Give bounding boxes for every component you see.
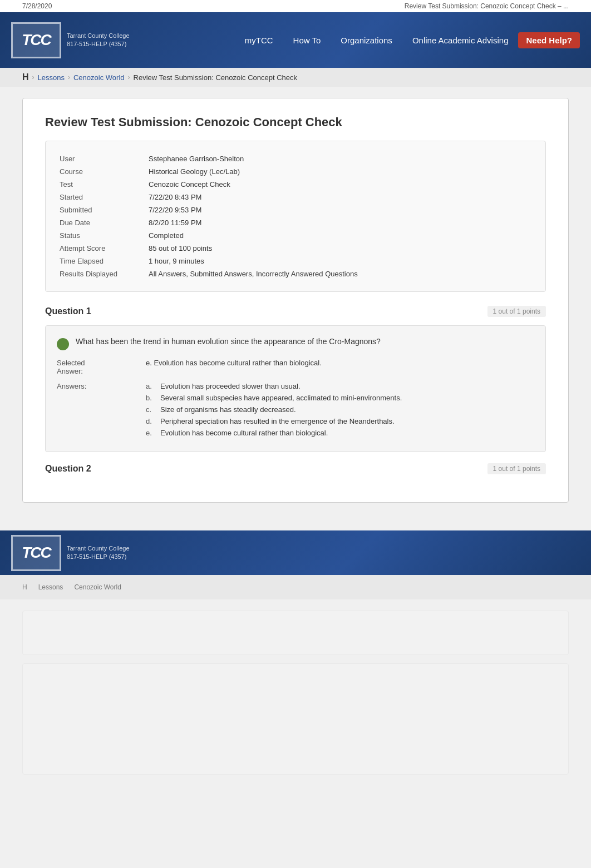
breadcrumb-sep-1: › bbox=[32, 73, 35, 81]
info-row-attempt-score: Attempt Score 85 out of 100 points bbox=[60, 242, 531, 255]
time-elapsed-label: Time Elapsed bbox=[60, 257, 149, 265]
question-2-section: Question 2 1 out of 1 points bbox=[45, 463, 546, 474]
answer-letter-d: d. bbox=[146, 417, 156, 425]
content-box: Review Test Submission: Cenozoic Concept… bbox=[22, 98, 569, 503]
submitted-label: Submitted bbox=[60, 206, 149, 214]
breadcrumb-sep-2: › bbox=[68, 73, 70, 81]
breadcrumb-current: Review Test Submission: Cenozoic Concept… bbox=[134, 73, 298, 82]
time-elapsed-value: 1 hour, 9 minutes bbox=[149, 257, 204, 265]
attempt-score-value: 85 out of 100 points bbox=[149, 244, 212, 252]
answer-text-c: Size of organisms has steadily decreased… bbox=[160, 405, 296, 414]
status-label: Status bbox=[60, 231, 149, 240]
started-value: 7/22/20 8:43 PM bbox=[149, 193, 201, 201]
nav-item-organizations[interactable]: Organizations bbox=[331, 31, 402, 49]
breadcrumb-sep-3: › bbox=[128, 73, 130, 81]
question-1-bullet bbox=[57, 338, 69, 350]
question-1-points: 1 out of 1 points bbox=[487, 306, 546, 317]
submitted-value: 7/22/20 9:53 PM bbox=[149, 206, 201, 214]
info-row-submitted: Submitted 7/22/20 9:53 PM bbox=[60, 204, 531, 216]
answer-item-a: a. Evolution has proceeded slower than u… bbox=[146, 382, 402, 390]
main-content: Review Test Submission: Cenozoic Concept… bbox=[0, 87, 591, 514]
nav-item-advising[interactable]: Online Academic Advising bbox=[402, 31, 519, 49]
info-row-due-date: Due Date 8/2/20 11:59 PM bbox=[60, 216, 531, 229]
breadcrumb: H › Lessons › Cenozoic World › Review Te… bbox=[0, 68, 591, 87]
attempt-score-label: Attempt Score bbox=[60, 244, 149, 252]
answer-text-d: Peripheral speciation has resulted in th… bbox=[160, 417, 395, 425]
answer-text-a: Evolution has proceeded slower than usua… bbox=[160, 382, 301, 390]
header: TCC Tarrant County College817-515-HELP (… bbox=[0, 12, 591, 68]
answer-letter-c: c. bbox=[146, 405, 156, 414]
bottom-breadcrumb: H Lessons Cenozoic World bbox=[22, 581, 569, 594]
page-title-tab: Review Test Submission: Cenozoic Concept… bbox=[405, 2, 569, 10]
answer-item-c: c. Size of organisms has steadily decrea… bbox=[146, 405, 402, 414]
answer-letter-b: b. bbox=[146, 394, 156, 402]
answer-list: a. Evolution has proceeded slower than u… bbox=[146, 382, 402, 440]
top-bar: 7/28/2020 Review Test Submission: Cenozo… bbox=[0, 0, 591, 12]
page-title: Review Test Submission: Cenozoic Concept… bbox=[45, 115, 546, 130]
answers-label: Answers: bbox=[57, 382, 146, 437]
results-displayed-label: Results Displayed bbox=[60, 270, 149, 278]
footer-logo-icon: TCC bbox=[11, 535, 61, 571]
bottom-breadcrumb-lessons: Lessons bbox=[38, 583, 63, 591]
answer-item-b: b. Several small subspecies have appeare… bbox=[146, 394, 402, 402]
answer-letter-e: e. bbox=[146, 429, 156, 437]
lower-blurred-box-2 bbox=[22, 663, 569, 775]
question-1-body: What has been the trend in human evoluti… bbox=[45, 325, 546, 452]
test-value: Cenozoic Concept Check bbox=[149, 180, 230, 189]
info-row-time-elapsed: Time Elapsed 1 hour, 9 minutes bbox=[60, 255, 531, 267]
question-1-title: Question 1 bbox=[45, 306, 91, 316]
nav-item-mytcc[interactable]: myTCC bbox=[235, 31, 283, 49]
info-row-results-displayed: Results Displayed All Answers, Submitted… bbox=[60, 267, 531, 280]
course-label: Course bbox=[60, 167, 149, 176]
nav-item-needhelp[interactable]: Need Help? bbox=[518, 32, 580, 48]
footer-logo-text: Tarrant County College817-515-HELP (4357… bbox=[67, 544, 130, 562]
nav-item-howto[interactable]: How To bbox=[283, 31, 331, 49]
answers-row: Answers: a. Evolution has proceeded slow… bbox=[57, 382, 534, 440]
due-date-value: 8/2/20 11:59 PM bbox=[149, 219, 201, 227]
question-1-section: Question 1 1 out of 1 points What has be… bbox=[45, 306, 546, 452]
selected-answer-row: SelectedAnswer: e. Evolution has become … bbox=[57, 359, 534, 375]
answer-text-e: Evolution has become cultural rather tha… bbox=[160, 429, 328, 437]
logo-icon: TCC bbox=[11, 22, 61, 58]
info-row-test: Test Cenozoic Concept Check bbox=[60, 178, 531, 191]
bottom-breadcrumb-home: H bbox=[22, 583, 27, 591]
bottom-breadcrumb-cenozoic: Cenozoic World bbox=[74, 583, 121, 591]
selected-answer-label: SelectedAnswer: bbox=[57, 359, 146, 375]
breadcrumb-cenozoic-world[interactable]: Cenozoic World bbox=[73, 73, 125, 82]
started-label: Started bbox=[60, 193, 149, 201]
nav-menu: myTCC How To Organizations Online Academ… bbox=[134, 31, 580, 49]
question-1-text: What has been the trend in human evoluti… bbox=[76, 337, 534, 346]
date-label: 7/28/2020 bbox=[22, 2, 52, 10]
user-label: User bbox=[60, 155, 149, 163]
info-row-user: User Sstephanee Garrison-Shelton bbox=[60, 152, 531, 165]
answer-letter-a: a. bbox=[146, 382, 156, 390]
breadcrumb-lessons[interactable]: Lessons bbox=[38, 73, 65, 82]
answer-text-b: Several small subspecies have appeared, … bbox=[160, 394, 402, 402]
test-label: Test bbox=[60, 180, 149, 189]
footer-header: TCC Tarrant County College817-515-HELP (… bbox=[0, 530, 591, 575]
course-value: Historical Geology (Lec/Lab) bbox=[149, 167, 240, 176]
info-row-started: Started 7/22/20 8:43 PM bbox=[60, 191, 531, 204]
info-row-status: Status Completed bbox=[60, 229, 531, 242]
info-section: User Sstephanee Garrison-Shelton Course … bbox=[45, 141, 546, 292]
status-value: Completed bbox=[149, 231, 184, 240]
lower-blurred-box-1 bbox=[22, 611, 569, 655]
question-1-header: Question 1 1 out of 1 points bbox=[45, 306, 546, 317]
user-value: Sstephanee Garrison-Shelton bbox=[149, 155, 244, 163]
due-date-label: Due Date bbox=[60, 219, 149, 227]
results-displayed-value: All Answers, Submitted Answers, Incorrec… bbox=[149, 270, 358, 278]
question-2-header: Question 2 1 out of 1 points bbox=[45, 463, 546, 474]
question-2-points: 1 out of 1 points bbox=[487, 463, 546, 474]
breadcrumb-home[interactable]: H bbox=[22, 72, 29, 82]
question-2-title: Question 2 bbox=[45, 464, 91, 474]
logo-area: TCC Tarrant County College817-515-HELP (… bbox=[11, 22, 134, 58]
answer-item-e: e. Evolution has become cultural rather … bbox=[146, 429, 402, 437]
bottom-section: H Lessons Cenozoic World bbox=[0, 575, 591, 599]
answers-section: Answers: a. Evolution has proceeded slow… bbox=[57, 382, 534, 440]
selected-answer-value: e. Evolution has become cultural rather … bbox=[146, 359, 322, 375]
info-row-course: Course Historical Geology (Lec/Lab) bbox=[60, 165, 531, 178]
logo-subtext: Tarrant County College817-515-HELP (4357… bbox=[67, 32, 130, 49]
answer-item-d: d. Peripheral speciation has resulted in… bbox=[146, 417, 402, 425]
footer-logo-area: TCC Tarrant County College817-515-HELP (… bbox=[11, 535, 134, 571]
lower-blurred-area bbox=[0, 599, 591, 794]
